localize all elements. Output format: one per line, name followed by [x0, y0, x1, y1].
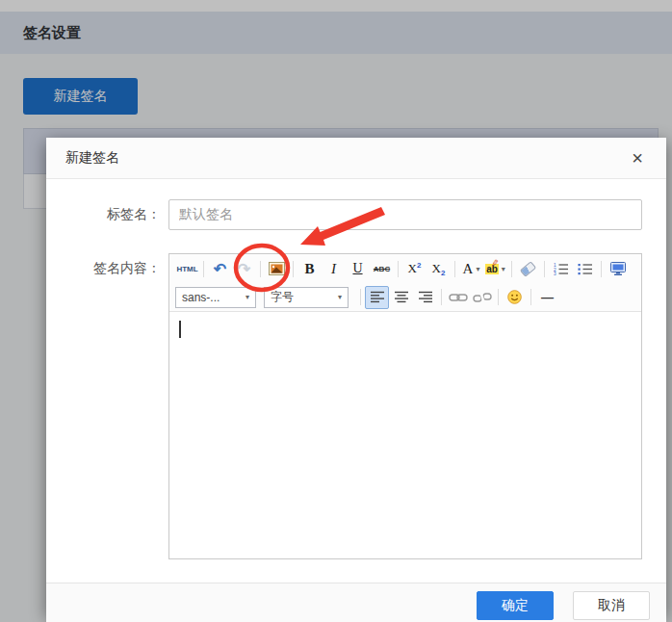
horizontal-rule-icon: —	[541, 290, 554, 304]
content-label: 签名内容：	[46, 253, 161, 277]
image-icon	[269, 262, 285, 275]
divider	[544, 261, 545, 277]
font-size-dropdown[interactable]: 字号 ▾	[264, 287, 349, 308]
ordered-list-icon: 1 2 3	[553, 262, 569, 275]
smiley-icon	[506, 289, 523, 305]
dialog-body: 标签名： 签名内容： HTML	[46, 179, 666, 583]
divider	[454, 261, 455, 277]
unordered-list-icon	[577, 262, 593, 275]
divider	[293, 261, 294, 277]
insert-image-button[interactable]	[265, 257, 289, 280]
highlight-color-button[interactable]: ab ✎ ▾	[483, 257, 507, 280]
insert-link-button[interactable]	[446, 286, 470, 309]
signature-content-area[interactable]	[169, 312, 641, 558]
bold-icon: B	[304, 261, 314, 277]
eraser-icon	[520, 261, 536, 277]
italic-icon: I	[331, 261, 336, 277]
redo-button[interactable]: ↷	[232, 257, 256, 280]
dialog-title: 新建签名	[65, 149, 119, 167]
divider	[498, 289, 499, 305]
chevron-down-icon: ▾	[502, 265, 505, 273]
subscript-button[interactable]: X2	[426, 257, 451, 280]
svg-text:3: 3	[554, 272, 556, 275]
text-cursor	[179, 321, 181, 338]
content-row: 签名内容： HTML ↶	[46, 253, 666, 559]
undo-button[interactable]: ↶	[208, 257, 232, 280]
divider	[530, 289, 531, 305]
editor-toolbar: HTML ↶ ↷	[169, 254, 641, 312]
name-row: 标签名：	[46, 199, 666, 230]
horizontal-rule-button[interactable]: —	[535, 286, 559, 309]
signature-name-input[interactable]	[168, 199, 642, 230]
redo-icon: ↷	[238, 260, 250, 278]
align-center-button[interactable]	[389, 286, 413, 309]
align-left-button[interactable]	[365, 286, 389, 309]
underline-button[interactable]: U	[346, 257, 370, 280]
divider	[203, 261, 204, 277]
close-icon[interactable]: ×	[628, 146, 647, 169]
divider	[441, 289, 442, 305]
chevron-down-icon: ▾	[246, 293, 249, 301]
font-color-icon: A	[463, 261, 474, 277]
confirm-button[interactable]: 确定	[477, 591, 554, 620]
pencil-icon: ✎	[490, 258, 501, 267]
name-label: 标签名：	[46, 199, 161, 223]
fullscreen-button[interactable]	[606, 257, 630, 280]
chevron-down-icon: ▾	[476, 265, 479, 273]
align-left-icon	[370, 291, 385, 303]
link-icon	[449, 292, 468, 303]
font-color-button[interactable]: A ▾	[459, 257, 483, 280]
divider	[511, 261, 512, 277]
dialog-header: 新建签名 ×	[46, 138, 666, 179]
superscript-button[interactable]: X2	[402, 257, 426, 280]
unordered-list-button[interactable]	[573, 257, 597, 280]
toolbar-row-2: sans-... ▾ 字号 ▾	[169, 283, 641, 311]
italic-button[interactable]: I	[322, 257, 346, 280]
undo-icon: ↶	[214, 260, 226, 278]
signature-settings-page: 签名设置 新建签名 新建签名 × 标签名： 签名内容：	[0, 0, 672, 622]
rich-text-editor: HTML ↶ ↷	[168, 253, 642, 559]
align-center-icon	[394, 291, 409, 303]
divider	[398, 261, 399, 277]
unlink-icon	[473, 291, 492, 304]
cancel-button[interactable]: 取消	[573, 591, 650, 620]
align-right-icon	[418, 291, 433, 303]
html-source-button[interactable]: HTML	[175, 257, 199, 280]
remove-format-button[interactable]	[516, 257, 540, 280]
underline-icon: U	[352, 261, 362, 276]
ordered-list-button[interactable]: 1 2 3	[549, 257, 573, 280]
new-signature-dialog: 新建签名 × 标签名： 签名内容： HTML	[46, 138, 666, 616]
strikethrough-icon: ABC	[374, 265, 390, 273]
toolbar-row-1: HTML ↶ ↷	[169, 254, 641, 283]
subscript-icon: X	[432, 261, 441, 276]
divider	[601, 261, 602, 277]
remove-link-button[interactable]	[470, 286, 494, 309]
divider	[360, 289, 361, 305]
strikethrough-button[interactable]: ABC	[370, 257, 394, 280]
insert-emoji-button[interactable]	[503, 286, 527, 309]
bold-button[interactable]: B	[297, 257, 322, 280]
dialog-footer: 确定 取消	[46, 583, 666, 622]
monitor-icon	[609, 261, 627, 276]
font-size-value: 字号	[271, 289, 294, 305]
divider	[260, 261, 261, 277]
font-family-dropdown[interactable]: sans-... ▾	[175, 287, 256, 308]
html-icon: HTML	[176, 265, 197, 273]
superscript-icon: X	[408, 261, 417, 276]
font-family-value: sans-...	[182, 291, 220, 304]
align-right-button[interactable]	[413, 286, 437, 309]
chevron-down-icon: ▾	[338, 293, 342, 301]
